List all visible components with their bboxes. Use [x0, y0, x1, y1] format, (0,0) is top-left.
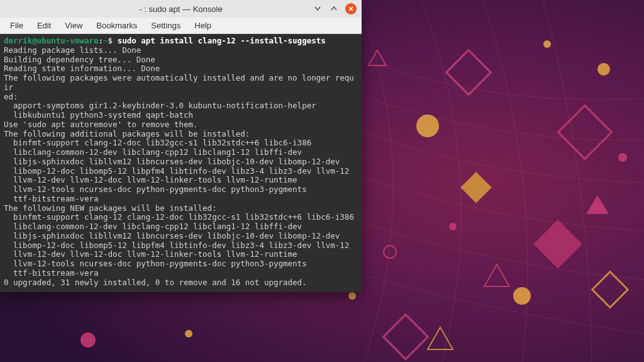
svg-point-19 [618, 153, 627, 162]
prompt-symbol: $ [108, 36, 113, 45]
prompt-user-host: derrik@ubuntu-vmware [4, 36, 99, 45]
menu-settings[interactable]: Settings [145, 19, 187, 32]
svg-point-7 [416, 115, 439, 137]
terminal-output[interactable]: derrik@ubuntu-vmware:~$ sudo apt install… [0, 34, 362, 292]
svg-point-10 [80, 332, 96, 348]
menu-edit[interactable]: Edit [31, 19, 57, 32]
titlebar[interactable]: - : sudo apt — Konsole [0, 0, 362, 18]
command-output: Reading package lists... Done Building d… [4, 45, 354, 287]
minimize-button[interactable] [313, 4, 323, 14]
svg-point-8 [513, 287, 531, 305]
close-button[interactable] [345, 3, 357, 14]
menu-help[interactable]: Help [188, 19, 218, 32]
menubar: File Edit View Bookmarks Settings Help [0, 18, 362, 34]
command-text: sudo apt install clang-12 --install-sugg… [118, 36, 326, 45]
window-controls [313, 3, 357, 14]
svg-point-18 [348, 292, 356, 300]
menu-view[interactable]: View [58, 19, 89, 32]
menu-file[interactable]: File [4, 19, 30, 32]
svg-point-20 [185, 330, 192, 337]
svg-point-9 [597, 63, 610, 76]
svg-point-17 [449, 223, 457, 230]
konsole-window: - : sudo apt — Konsole File Edit View Bo… [0, 0, 362, 292]
window-title: - : sudo apt — Konsole [139, 4, 222, 14]
prompt-path: ~ [103, 36, 108, 45]
menu-bookmarks[interactable]: Bookmarks [90, 19, 143, 32]
svg-point-16 [543, 40, 551, 48]
maximize-button[interactable] [329, 4, 339, 14]
